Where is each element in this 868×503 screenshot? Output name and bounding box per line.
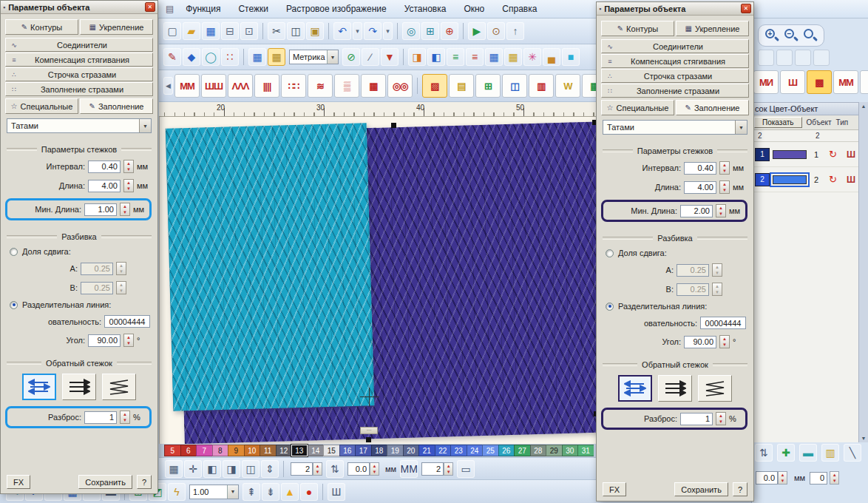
- interval-field[interactable]: 0.40: [88, 161, 121, 173]
- angle-field[interactable]: 90.00: [684, 336, 716, 348]
- dialog-titlebar[interactable]: ▪ Параметры объекта: [597, 2, 753, 16]
- tab-reinforcement[interactable]: ▦ Укрепление: [676, 21, 749, 36]
- interval-spinner[interactable]: ▲▼: [123, 160, 134, 173]
- rz-stitch1-icon[interactable]: ΜИ: [753, 70, 779, 94]
- copy-icon[interactable]: ◫: [287, 22, 305, 40]
- undo-menu-icon[interactable]: ▾: [353, 22, 362, 40]
- shape-ellipse-icon[interactable]: ◯: [202, 48, 220, 66]
- palette-color-27[interactable]: 27: [514, 445, 530, 456]
- tab-fill[interactable]: ✎ Заполнение: [80, 98, 153, 114]
- satin-stitch-icon[interactable]: ΜΜ: [174, 74, 200, 98]
- selection-grid-icon[interactable]: ▦: [165, 460, 183, 478]
- palette-color-25[interactable]: 25: [482, 445, 498, 456]
- color-chip[interactable]: 1: [755, 148, 770, 161]
- print-preview-icon[interactable]: ⊡: [240, 22, 258, 40]
- splitter-grip[interactable]: ⋯: [360, 427, 378, 434]
- toolbar-button[interactable]: [776, 50, 793, 66]
- distribute-vert-icon[interactable]: ⇕: [261, 460, 279, 478]
- palette-color-29[interactable]: 29: [546, 445, 562, 456]
- min-length-field[interactable]: 1.00: [84, 203, 117, 216]
- palette-color-30[interactable]: 30: [562, 445, 578, 456]
- passes-spinner[interactable]: 2▲▼: [291, 462, 322, 476]
- thread-color-swatch[interactable]: [773, 175, 807, 184]
- save-icon[interactable]: ▦: [202, 22, 220, 40]
- density-icon[interactable]: ▼: [381, 48, 399, 66]
- spread-spinner[interactable]: ▲▼: [716, 412, 726, 425]
- design-props-icon[interactable]: ⊕: [441, 22, 458, 40]
- warning-icon[interactable]: ▲: [281, 483, 299, 501]
- redo-icon[interactable]: ↷: [364, 22, 382, 40]
- pattern-rows-icon[interactable]: ▤: [449, 74, 474, 98]
- backstitch-zigzag-button[interactable]: [102, 374, 136, 400]
- zoom-level-combo[interactable]: 1.00▼: [189, 485, 239, 499]
- sew-simulate-icon[interactable]: ▶: [468, 22, 486, 40]
- pattern-cross-icon[interactable]: ▨: [422, 74, 447, 98]
- palette-color-6[interactable]: 6: [180, 445, 197, 456]
- hoop-icon[interactable]: ◎: [402, 22, 420, 40]
- rz-updown-icon[interactable]: ⇅: [755, 444, 773, 462]
- toolbar-button[interactable]: [758, 50, 774, 66]
- tab-special[interactable]: ☆ Специальные: [601, 100, 674, 115]
- b-field[interactable]: 0.25: [81, 282, 113, 294]
- frame-icon[interactable]: ▭: [457, 460, 475, 478]
- tab-reinforcement[interactable]: ▦ Укрепление: [80, 19, 153, 35]
- rz-stitch4-icon[interactable]: Ш: [860, 70, 868, 94]
- palette-color-7[interactable]: 7: [196, 445, 212, 456]
- palette-color-5[interactable]: 5: [164, 445, 180, 456]
- sequence-field[interactable]: 00004444: [104, 315, 150, 328]
- swatch-icon[interactable]: ■: [562, 48, 580, 66]
- interval-spinner[interactable]: ▲▼: [719, 161, 730, 175]
- loop-stitch-icon[interactable]: ◎◎: [387, 74, 413, 98]
- a-spinner[interactable]: ▲▼: [712, 263, 722, 277]
- repeat-spinner[interactable]: 2▲▼: [421, 462, 453, 476]
- min-length-field[interactable]: 2.00: [680, 205, 713, 217]
- length-field[interactable]: 4.00: [88, 180, 121, 192]
- rz-stitch3-icon[interactable]: ΜΜ: [833, 70, 858, 94]
- rz-stitch2-icon[interactable]: Ш: [780, 70, 805, 94]
- thread-color-swatch[interactable]: [773, 150, 807, 159]
- fx-button[interactable]: FX: [603, 482, 626, 496]
- backstitch-alternate-button[interactable]: [618, 375, 652, 402]
- pattern-plus-icon[interactable]: ⊞: [475, 74, 501, 98]
- length-spinner[interactable]: ▲▼: [123, 179, 134, 192]
- color-object-row[interactable]: 11↻Ш: [752, 142, 868, 167]
- category-pull-compensation[interactable]: ≡ Компенсация стягивания: [5, 53, 153, 67]
- table-view-icon[interactable]: ▦: [268, 48, 285, 66]
- palette-color-16[interactable]: 16: [339, 445, 356, 456]
- pencil-line-icon[interactable]: ∕: [362, 48, 379, 66]
- align-right-icon[interactable]: ◨: [223, 460, 240, 478]
- backstitch-straight-button[interactable]: [658, 375, 692, 402]
- close-icon[interactable]: [145, 2, 155, 12]
- scroll-up-icon[interactable]: ▲: [861, 104, 867, 109]
- speed-icon[interactable]: ϟ: [168, 483, 186, 501]
- grid-blue-icon[interactable]: ▦: [485, 48, 503, 66]
- save-button[interactable]: Сохранить: [78, 475, 132, 489]
- category-rhinestone-fill[interactable]: ∷ Заполнение стразами: [5, 82, 153, 96]
- zoom-out-icon[interactable]: −: [784, 28, 799, 43]
- tab-contours[interactable]: ✎ Контуры: [601, 21, 674, 36]
- align-center-icon[interactable]: ◫: [242, 460, 260, 478]
- min-length-spinner[interactable]: ▲▼: [120, 203, 130, 216]
- b-spinner[interactable]: ▲▼: [712, 283, 722, 296]
- radio-selected-icon[interactable]: [10, 301, 18, 309]
- divider-line-radio[interactable]: Разделительная линия:: [10, 300, 153, 309]
- export-icon[interactable]: ↑: [506, 22, 524, 40]
- fill-dots-icon[interactable]: ▒: [334, 74, 359, 98]
- pattern-w-icon[interactable]: W: [555, 74, 580, 98]
- cross-stitch-icon[interactable]: ∷∷: [281, 74, 306, 98]
- menu-item[interactable]: Стежки: [238, 4, 268, 14]
- zigzag-stitch-icon[interactable]: ΛΛΛ: [228, 74, 253, 98]
- swap-direction-icon[interactable]: ⇅: [326, 460, 344, 478]
- check-design-icon[interactable]: ⊘: [342, 48, 360, 66]
- category-rhinestone-run[interactable]: ∴ Строчка стразами: [5, 67, 153, 81]
- palette-color-19[interactable]: 19: [387, 445, 403, 456]
- fill-type-select[interactable]: Татами ▼: [603, 120, 747, 135]
- b-spinner[interactable]: ▲▼: [116, 281, 126, 294]
- a-spinner[interactable]: ▲▼: [116, 262, 126, 275]
- add-color-icon[interactable]: ✚: [777, 444, 795, 462]
- comb-stitch-icon[interactable]: ||||: [254, 74, 279, 98]
- spread-field[interactable]: 1: [84, 411, 117, 424]
- stamp-icon[interactable]: ▄: [543, 48, 560, 66]
- palette-color-13[interactable]: 13: [291, 445, 308, 456]
- send-back-icon[interactable]: ◧: [427, 48, 445, 66]
